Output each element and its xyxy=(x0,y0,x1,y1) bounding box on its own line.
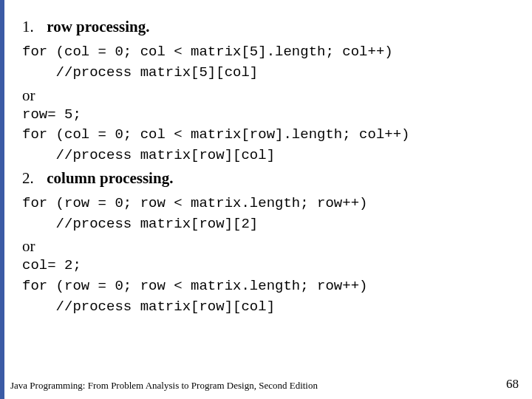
code-line: row= 5; xyxy=(22,106,510,124)
code-line: for (col = 0; col < matrix[5].length; co… xyxy=(22,44,510,61)
section-2-title: column processing. xyxy=(47,169,173,187)
code-line: col= 2; xyxy=(22,257,510,275)
section-1-title: row processing. xyxy=(47,18,149,35)
code-block-2: row= 5; for (col = 0; col < matrix[row].… xyxy=(22,106,510,165)
code-line: //process matrix[row][col] xyxy=(22,147,510,165)
page-number: 68 xyxy=(506,377,519,392)
code-line: for (row = 0; row < matrix.length; row++… xyxy=(22,195,510,213)
code-line: //process matrix[5][col] xyxy=(22,64,510,82)
section-1-number: 1. xyxy=(22,18,43,36)
code-block-1: for (col = 0; col < matrix[5].length; co… xyxy=(22,44,510,82)
code-block-4: col= 2; for (row = 0; row < matrix.lengt… xyxy=(22,257,510,316)
or-separator-2: or xyxy=(22,237,510,256)
or-separator-1: or xyxy=(22,86,510,105)
code-line: //process matrix[row][2] xyxy=(22,216,510,233)
code-line: //process matrix[row][col] xyxy=(22,299,510,316)
section-2-heading: 2. column processing. xyxy=(22,169,510,188)
code-line: for (col = 0; col < matrix[row].length; … xyxy=(22,126,510,144)
left-accent-bar xyxy=(0,0,4,399)
section-2-number: 2. xyxy=(22,169,43,188)
section-1-heading: 1. row processing. xyxy=(22,18,510,36)
code-block-3: for (row = 0; row < matrix.length; row++… xyxy=(22,195,510,233)
footer-text: Java Programming: From Problem Analysis … xyxy=(10,380,318,392)
code-line: for (row = 0; row < matrix.length; row++… xyxy=(22,278,510,296)
